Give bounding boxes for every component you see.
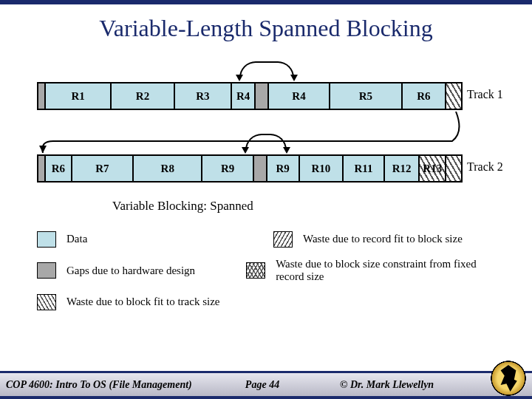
- swatch-data: [37, 231, 56, 248]
- track-segment: [256, 83, 269, 109]
- track-segment: R2: [112, 83, 174, 109]
- track-2: R6R7R8R9R9R10R11R12R13: [37, 154, 463, 183]
- footer: COP 4600: Intro To OS (File Management) …: [0, 371, 532, 399]
- legend-item-gaps: Gaps due to hardware design: [37, 258, 246, 284]
- arrowhead-icon: [236, 75, 243, 81]
- track-segment: R3: [175, 83, 232, 109]
- legend-item-waste-block: Waste due to block size constraint from …: [246, 258, 495, 284]
- track-segment: [446, 83, 461, 109]
- track-segment: R5: [330, 83, 402, 109]
- footer-left: COP 4600: Intro To OS (File Management): [0, 379, 207, 391]
- track-segment: R7: [72, 156, 134, 181]
- span-arc-1: [239, 61, 294, 78]
- track-segment: R6: [46, 156, 72, 181]
- swatch-gaps: [37, 262, 56, 279]
- track-segment: R10: [300, 156, 344, 181]
- track-segment: R9: [202, 156, 254, 181]
- track-1-label: Track 1: [467, 88, 503, 101]
- legend: Data Waste due to record fit to block si…: [37, 231, 495, 321]
- arrowhead-icon: [290, 75, 298, 81]
- footer-center: Page 44: [207, 379, 318, 391]
- track-segment: R8: [134, 156, 202, 181]
- svg-marker-0: [39, 146, 47, 153]
- track-segment: R12: [385, 156, 420, 181]
- arrowhead-icon: [242, 147, 249, 154]
- track-segment: R1: [46, 83, 112, 109]
- track-segment: R9: [267, 156, 300, 181]
- track-segment: [446, 156, 461, 181]
- track-segment: R13: [420, 156, 446, 181]
- track-segment: R4: [232, 83, 256, 109]
- track-segment: [38, 156, 46, 181]
- slide: Variable-Length Spanned Blocking R1R2R3R…: [0, 0, 532, 399]
- diagram-caption: Variable Blocking: Spanned: [112, 199, 253, 214]
- swatch-waste-record: [273, 231, 293, 248]
- legend-item-waste-record: Waste due to record fit to block size: [273, 231, 463, 248]
- track-segment: R11: [344, 156, 385, 181]
- diagram: R1R2R3R4R4R5R6 Track 1 R6R7R8R9R9R10R11R…: [22, 54, 510, 313]
- track-segment: R6: [403, 83, 447, 109]
- arrowhead-icon: [283, 147, 290, 154]
- slide-title: Variable-Length Spanned Blocking: [0, 15, 532, 42]
- track-segment: [254, 156, 267, 181]
- track-2-label: Track 2: [467, 160, 503, 174]
- ucf-logo-icon: [489, 359, 528, 398]
- track-segment: R4: [269, 83, 330, 109]
- track-1: R1R2R3R4R4R5R6: [37, 82, 463, 110]
- track-segment: [38, 83, 46, 109]
- legend-item-waste-track: Waste due to block fit to track size: [37, 294, 273, 310]
- legend-item-data: Data: [37, 231, 273, 248]
- swatch-waste-block: [246, 262, 265, 279]
- swatch-waste-track: [37, 294, 56, 310]
